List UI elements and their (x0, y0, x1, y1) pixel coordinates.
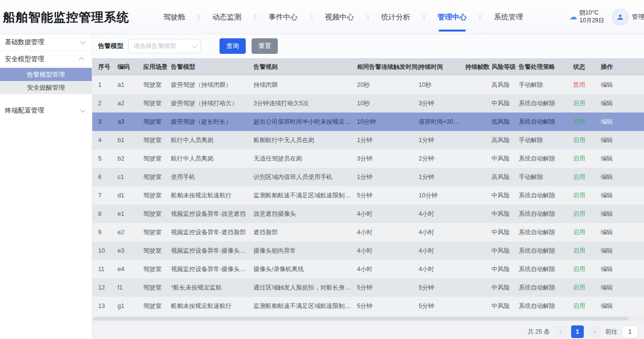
alert-model-select[interactable]: 请选择告警模型 (128, 39, 201, 53)
nav-item-1[interactable]: 动态监测 (201, 0, 253, 34)
table-row[interactable]: 13g1驾驶室船舶未按规定航速航行监测船舶航速不满足区域航速限制规定5分钟5分钟… (92, 297, 644, 315)
table-row[interactable]: 1a1驾驶室疲劳驾驶（持续闭眼）持续闭眼20秒10秒高风险手动解除禁用编辑 (92, 76, 644, 94)
edit-link[interactable]: 编辑 (601, 168, 644, 186)
sidebar-item-alert-model-mgmt[interactable]: 告警模型管理 (0, 68, 92, 81)
table-row[interactable]: 2a2驾驶室疲劳驾驶（持续打哈欠）3分钟连续打哈欠5次10秒3分钟中风险系统自动… (92, 94, 644, 113)
table-row[interactable]: 8e1驾驶室视频监控设备异常-故意遮挡故意遮挡摄像头4小时4小时中风险系统自动解… (92, 205, 644, 223)
table-row[interactable]: 5b2驾驶室航行中人员离岗无适任驾驶员在岗3分钟2分钟中风险系统自动解除启用编辑 (92, 149, 644, 168)
cell-code: d1 (118, 186, 143, 205)
cell-risk: 中风险 (491, 94, 519, 113)
status-badge: 启用 (573, 149, 601, 168)
reset-button[interactable]: 重置 (252, 38, 278, 54)
edit-link[interactable]: 编辑 (601, 149, 644, 168)
edit-link[interactable]: 编辑 (601, 131, 644, 149)
status-badge: 启用 (573, 223, 601, 242)
cell-code: b1 (118, 131, 143, 149)
edit-link[interactable]: 编辑 (601, 76, 644, 94)
table-row[interactable]: 4b1驾驶室航行中人员离岗船舶航行中无人员在岗1分钟1分钟高风险手动解除启用编辑 (92, 131, 644, 149)
table-row[interactable]: 12f1驾驶室*船长未按规定监航通过区域触发人脸抓拍，对船长身份...5分钟5分… (92, 278, 644, 297)
horizontal-scrollbar[interactable] (92, 316, 644, 321)
nav-item-4[interactable]: 统计分析 (370, 0, 422, 34)
column-header: 告警处理策略 (519, 58, 573, 76)
cell-code: a3 (118, 113, 143, 131)
cell-risk: 中风险 (491, 278, 519, 297)
sidebar-group-safety-model[interactable]: 安全模型管理 (0, 51, 92, 68)
nav-item-0[interactable]: 驾驶舱 (152, 0, 197, 34)
table-row[interactable]: 11e4驾驶室视频监控设备异常-摄像头离线摄像头/录像机离线4小时4小时中风险系… (92, 260, 644, 278)
cell-strategy: 系统自动解除 (519, 113, 573, 131)
table-row[interactable]: 3a3驾驶室疲劳驾驶（超长时长）超出公司值班时间半小时未按规定交接10分钟值班时… (92, 113, 644, 131)
cell-code: c1 (118, 168, 143, 186)
edit-link[interactable]: 编辑 (601, 278, 644, 297)
nav-item-6[interactable]: 系统管理 (482, 0, 535, 34)
sidebar: 基础数据管理 安全模型管理 告警模型管理 安全提醒管理 终端配置管理 (0, 34, 92, 339)
cell-frames (465, 149, 491, 168)
cloud-icon: ☁ (569, 13, 577, 21)
chevron-down-icon (192, 43, 197, 48)
cell-interval: 10秒 (357, 94, 419, 113)
cell-frames (465, 94, 491, 113)
cell-rule: 超出公司值班时间半小时未按规定交接 (254, 113, 357, 131)
cell-code: e1 (118, 205, 143, 223)
cell-risk: 中风险 (491, 149, 519, 168)
cell-model: 视频监控设备异常-摄像头朝向异常 (171, 242, 254, 260)
cell-frames (465, 278, 491, 297)
edit-link[interactable]: 编辑 (601, 94, 644, 113)
edit-link[interactable]: 编辑 (601, 113, 644, 131)
cell-code: a1 (118, 76, 143, 94)
scrollbar-thumb[interactable] (93, 317, 628, 321)
cell-risk: 中风险 (491, 242, 519, 260)
cell-duration: 值班时间+30分钟 (419, 113, 465, 131)
cell-strategy: 系统自动解除 (519, 223, 573, 242)
cell-interval: 4小时 (357, 242, 419, 260)
sidebar-item-label: 安全提醒管理 (27, 83, 65, 92)
cell-rule: 识别区域内值班人员使用手机 (254, 168, 357, 186)
edit-link[interactable]: 编辑 (601, 297, 644, 315)
table-row[interactable]: 10e3驾驶室视频监控设备异常-摄像头朝向异常摄像头朝向异常4小时4小时中风险系… (92, 242, 644, 260)
column-header: 序号 (92, 58, 118, 76)
status-badge: 启用 (573, 168, 601, 186)
search-button[interactable]: 查询 (220, 38, 246, 54)
cell-duration: 4小时 (419, 205, 465, 223)
column-header: 持续帧数 (465, 58, 491, 76)
content-area: 告警模型 请选择告警模型 查询 重置 序号编码应用场景告警模型告警规则相同告警连… (92, 34, 644, 339)
edit-link[interactable]: 编辑 (601, 260, 644, 278)
table-row[interactable]: 7d1驾驶室船舶未按规定航速航行监测船舶航速不满足区域航速限制规定5分钟10分钟… (92, 186, 644, 205)
cell-duration: 10秒 (419, 76, 465, 94)
avatar[interactable] (612, 9, 628, 25)
cell-strategy: 系统自动解除 (519, 297, 573, 315)
cell-risk: 中风险 (491, 223, 519, 242)
cell-code: e3 (118, 242, 143, 260)
sidebar-group-label: 终端配置管理 (5, 106, 44, 115)
cell-model: 疲劳驾驶（超长时长） (171, 113, 254, 131)
goto-page-input[interactable] (622, 325, 638, 338)
table-body: 1a1驾驶室疲劳驾驶（持续闭眼）持续闭眼20秒10秒高风险手动解除禁用编辑2a2… (92, 76, 644, 315)
cell-risk: 高风险 (491, 168, 519, 186)
sidebar-group-basic-data[interactable]: 基础数据管理 (0, 34, 92, 51)
nav-separator (310, 14, 312, 20)
nav-item-2[interactable]: 事件中心 (257, 0, 309, 34)
cell-duration: 4小时 (419, 223, 465, 242)
edit-link[interactable]: 编辑 (601, 223, 644, 242)
edit-link[interactable]: 编辑 (601, 205, 644, 223)
cell-rule: 船舶航行中无人员在岗 (254, 131, 357, 149)
cell-frames (465, 76, 491, 94)
sidebar-item-safety-reminder-mgmt[interactable]: 安全提醒管理 (0, 81, 92, 94)
current-page-button[interactable]: 1 (571, 325, 584, 338)
cell-duration: 1分钟 (419, 168, 465, 186)
cell-no: 7 (92, 186, 118, 205)
cell-no: 10 (92, 242, 118, 260)
table-row[interactable]: 9e2驾驶室视频监控设备异常-遮挡脸部遮挡脸部4小时4小时中风险系统自动解除启用… (92, 223, 644, 242)
next-page-button[interactable]: › (588, 325, 601, 338)
cell-no: 1 (92, 76, 118, 94)
edit-link[interactable]: 编辑 (601, 186, 644, 205)
nav-item-5[interactable]: 管理中心 (426, 0, 478, 34)
edit-link[interactable]: 编辑 (601, 242, 644, 260)
sidebar-group-terminal-config[interactable]: 终端配置管理 (0, 102, 92, 119)
prev-page-button[interactable]: ‹ (554, 325, 567, 338)
cell-scene: 驾驶室 (143, 242, 171, 260)
user-menu[interactable]: 管理 (612, 9, 644, 25)
nav-item-3[interactable]: 视频中心 (313, 0, 366, 34)
cell-interval: 5分钟 (357, 186, 419, 205)
table-row[interactable]: 6c1驾驶室使用手机识别区域内值班人员使用手机1分钟1分钟高风险手动解除启用编辑 (92, 168, 644, 186)
